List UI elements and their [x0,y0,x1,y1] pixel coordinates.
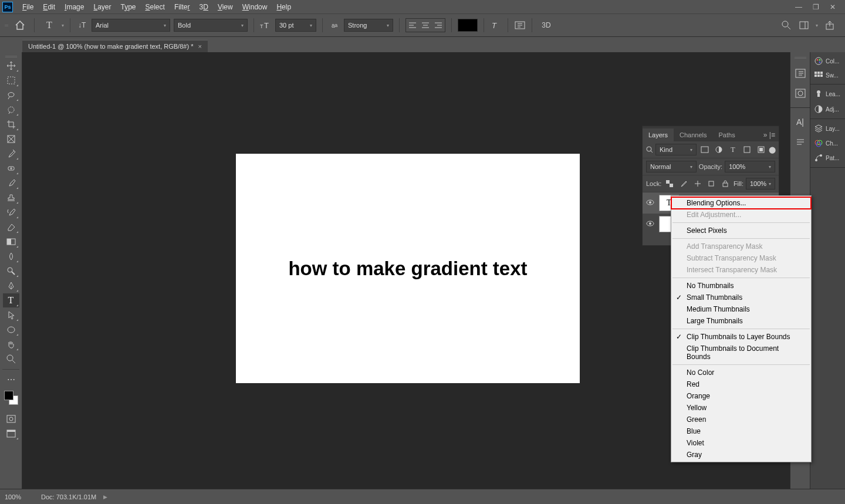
quickmask-button[interactable] [3,412,19,426]
menu-yellow[interactable]: Yellow [671,402,811,414]
swatches-panel-button[interactable]: Sw... [813,70,843,80]
font-size-select[interactable]: 30 pt▾ [275,19,316,32]
shape-tool[interactable] [3,323,19,337]
screenmode-button[interactable] [3,427,19,441]
move-tool[interactable] [3,59,19,73]
healing-tool[interactable] [3,161,19,175]
paths-panel-button[interactable]: Pat... [813,152,843,164]
menu-select[interactable]: Select [141,1,170,13]
fill-field[interactable]: 100%▾ [746,178,775,190]
menu-green[interactable]: Green [671,414,811,425]
adjustments-panel-button[interactable]: Adj... [813,103,843,115]
filter-kind-select[interactable]: Kind▾ [655,144,697,155]
marquee-tool[interactable] [3,73,19,87]
menu-select-pixels[interactable]: Select Pixels [671,225,811,236]
pen-tool[interactable] [3,279,19,293]
align-center-button[interactable] [419,19,432,32]
tab-channels[interactable]: Channels [674,128,712,141]
filter-toggle-icon[interactable]: ⬤ [769,144,775,155]
lock-all-icon[interactable] [719,178,731,190]
menu-large-thumbnails[interactable]: Large Thumbnails [671,315,811,327]
grip-icon[interactable] [5,55,17,58]
menu-image[interactable]: Image [60,1,89,13]
frame-tool[interactable] [3,132,19,146]
filter-type-icon[interactable]: T [727,144,739,155]
character-icon[interactable]: A| [795,116,806,128]
foreground-color-swatch[interactable] [4,391,13,400]
paragraph-icon[interactable] [795,136,806,148]
grip-icon[interactable] [5,19,8,31]
visibility-icon[interactable] [646,220,654,228]
eyedropper-tool[interactable] [3,147,19,161]
quick-select-tool[interactable] [3,103,19,117]
filter-adjust-icon[interactable] [713,144,725,155]
menu-blue[interactable]: Blue [671,425,811,437]
lasso-tool[interactable] [3,88,19,102]
align-right-button[interactable] [432,19,445,32]
panel-icon[interactable] [795,87,806,99]
crop-tool[interactable] [3,117,19,131]
eraser-tool[interactable] [3,220,19,234]
menu-window[interactable]: Window [238,1,272,13]
window-close-icon[interactable]: ✕ [830,3,836,11]
menu-layer[interactable]: Layer [89,1,116,13]
share-icon[interactable] [824,19,836,31]
menu-filter[interactable]: Filter [170,1,195,13]
lock-paint-icon[interactable] [678,178,689,190]
menu-small-thumbnails[interactable]: ✓Small Thumbnails [671,292,811,303]
menu-red[interactable]: Red [671,378,811,390]
canvas[interactable]: how to make gradient text [236,154,580,383]
text-color-swatch[interactable] [458,19,478,32]
filter-smart-icon[interactable] [755,144,767,155]
menu-blending-options[interactable]: Blending Options... [671,197,811,209]
path-select-tool[interactable] [3,308,19,322]
menu-edit[interactable]: Edit [38,1,60,13]
menu-medium-thumbnails[interactable]: Medium Thumbnails [671,303,811,315]
panel-icon[interactable] [795,67,806,79]
menu-no-color[interactable]: No Color [671,367,811,378]
document-tab[interactable]: Untitled-1 @ 100% (how to make gradient … [22,40,208,52]
learn-panel-button[interactable]: Lea... [813,88,843,100]
menu-view[interactable]: View [213,1,238,13]
filter-pixel-icon[interactable] [699,144,711,155]
tab-layers[interactable]: Layers [643,128,674,141]
menu-clip-doc-bounds[interactable]: Clip Thumbnails to Document Bounds [671,343,811,363]
menu-orange[interactable]: Orange [671,390,811,402]
lock-artboard-icon[interactable] [705,178,717,190]
warp-text-icon[interactable]: T [490,19,502,31]
lock-trans-icon[interactable] [664,178,675,190]
text-tool-preset-icon[interactable]: T [40,19,58,31]
blur-tool[interactable] [3,249,19,263]
opacity-field[interactable]: 100%▾ [725,161,775,172]
character-panel-icon[interactable] [514,19,526,31]
zoom-tool[interactable] [3,352,19,366]
edit-toolbar-button[interactable]: ⋯ [3,373,19,387]
home-button[interactable] [12,18,28,32]
menu-gray[interactable]: Gray [671,449,811,461]
stamp-tool[interactable] [3,191,19,205]
zoom-level[interactable]: 100% [5,493,34,500]
hand-tool[interactable] [3,337,19,351]
filter-shape-icon[interactable] [741,144,753,155]
lock-move-icon[interactable] [692,178,704,190]
menu-3d[interactable]: 3D [195,1,213,13]
blend-mode-select[interactable]: Normal▾ [646,161,697,172]
color-swatches[interactable] [3,390,19,406]
antialias-select[interactable]: Strong▾ [344,19,393,32]
layers-panel-button[interactable]: Lay... [813,123,843,134]
channels-panel-button[interactable]: Ch... [813,138,843,148]
menu-file[interactable]: File [18,1,38,13]
history-brush-tool[interactable] [3,205,19,219]
color-panel-button[interactable]: Col... [813,56,843,66]
font-family-select[interactable]: Arial▾ [92,19,170,32]
gradient-tool[interactable] [3,235,19,249]
visibility-icon[interactable] [646,199,654,207]
3d-button[interactable]: 3D [538,19,555,31]
align-left-button[interactable] [406,19,419,32]
dodge-tool[interactable] [3,264,19,278]
grip-icon[interactable] [795,56,806,59]
window-minimize-icon[interactable]: — [795,3,802,11]
panel-menu-icon[interactable]: » |≡ [760,128,779,141]
status-arrow-icon[interactable]: ▶ [103,494,107,500]
type-tool[interactable]: T [3,293,19,307]
